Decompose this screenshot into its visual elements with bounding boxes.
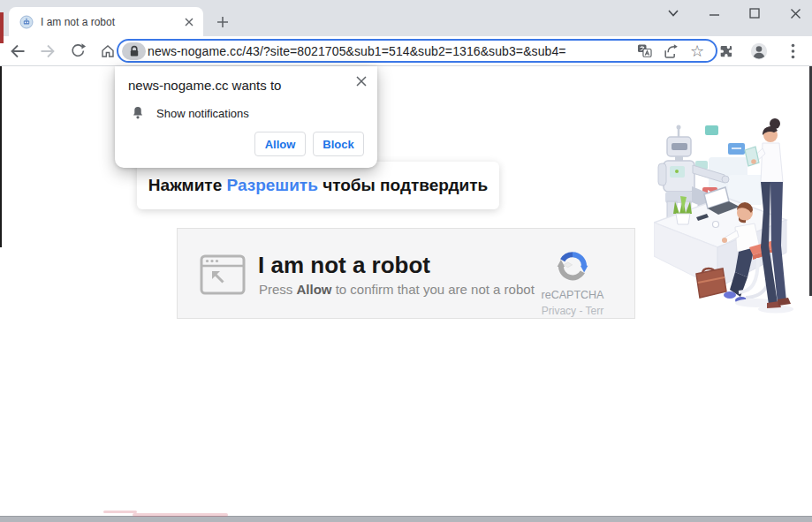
robot-check-card: I am not a robot Press Allow to confirm …: [177, 228, 635, 319]
reload-button[interactable]: [65, 39, 90, 64]
browser-window-icon: [200, 252, 246, 298]
close-icon: [356, 76, 367, 87]
address-bar[interactable]: news-nogame.cc/43/?site=8021705&sub1=514…: [117, 39, 717, 63]
tab-title: I am not a robot: [41, 16, 182, 28]
url-input[interactable]: news-nogame.cc/43/?site=8021705&sub1=514…: [148, 44, 629, 58]
instruction-text: Нажмите Разрешить чтобы подтвердить: [148, 176, 488, 195]
new-tab-button[interactable]: [212, 11, 233, 33]
close-icon: [185, 18, 194, 26]
bottom-window-edge: [0, 516, 812, 522]
share-button[interactable]: [659, 42, 682, 61]
bookmark-button[interactable]: ☆: [686, 42, 709, 61]
translate-icon: [636, 42, 653, 59]
dialog-close-button[interactable]: [353, 73, 369, 89]
recaptcha-block: reCAPTCHA Privacy - Terr: [521, 246, 624, 317]
instruction-banner: Нажмите Разрешить чтобы подтвердить: [137, 162, 499, 209]
instruction-highlight: Разрешить: [227, 176, 318, 194]
artifact-smudge: [103, 511, 137, 513]
reload-icon: [70, 42, 87, 59]
plus-icon: [216, 16, 229, 28]
instruction-post: чтобы подтвердить: [318, 176, 488, 194]
maximize-icon: [749, 8, 760, 19]
permission-request-text: Show notifications: [156, 107, 249, 120]
site-info-chip[interactable]: [122, 42, 146, 60]
card-subtitle: Press Allow to confirm that you are not …: [259, 282, 535, 297]
close-icon: [790, 8, 801, 19]
block-button[interactable]: Block: [313, 132, 364, 156]
browser-tab[interactable]: I am not a robot: [9, 7, 203, 36]
tab-strip: I am not a robot: [0, 0, 812, 36]
recaptcha-name: reCAPTCHA: [521, 289, 624, 301]
forward-button[interactable]: [35, 39, 60, 64]
back-arrow-icon: [10, 44, 26, 58]
recaptcha-privacy-terms-link[interactable]: Privacy - Terr: [521, 305, 624, 317]
menu-button[interactable]: [780, 39, 805, 64]
maximize-button[interactable]: [743, 3, 766, 24]
screen-edge-artifact-left: [0, 66, 2, 247]
minimize-button[interactable]: [702, 3, 725, 24]
artifact-smudge: [133, 513, 228, 517]
home-icon: [100, 43, 116, 59]
lock-icon: [129, 45, 140, 57]
forward-arrow-icon: [40, 44, 56, 58]
allow-button[interactable]: Allow: [254, 132, 306, 156]
profile-button[interactable]: [747, 39, 771, 64]
window-controls: [662, 2, 807, 25]
avatar-icon: [749, 42, 769, 61]
office-robot-illustration: [654, 113, 812, 318]
card-title: I am not a robot: [258, 252, 430, 279]
puzzle-icon: [717, 43, 733, 59]
tab-close-button[interactable]: [182, 15, 196, 29]
browser-toolbar: news-nogame.cc/43/?site=8021705&sub1=514…: [0, 36, 812, 66]
dialog-origin: news-nogame.cc wants to: [128, 78, 281, 93]
translate-button[interactable]: [633, 42, 656, 61]
tab-favicon-icon: [19, 15, 34, 29]
dialog-actions: Allow Block: [254, 132, 364, 156]
instruction-pre: Нажмите: [148, 176, 227, 194]
recaptcha-logo-icon: [554, 246, 591, 284]
minimize-icon: [709, 8, 720, 19]
notification-permission-dialog: news-nogame.cc wants to Show notificatio…: [115, 66, 377, 168]
back-button[interactable]: [5, 39, 30, 64]
screen-edge-artifact-red: [0, 12, 4, 43]
chevron-down-icon[interactable]: [662, 3, 685, 24]
close-window-button[interactable]: [784, 3, 807, 24]
card-subtitle-allow: Allow: [297, 282, 332, 297]
toolbar-right-cluster: [713, 39, 805, 64]
bell-icon: [131, 105, 145, 121]
extensions-button[interactable]: [713, 39, 738, 64]
share-icon: [662, 42, 679, 60]
browser-window: I am not a robot: [0, 0, 812, 522]
card-subtitle-pre: Press: [259, 282, 297, 297]
card-subtitle-post: to confirm that you are not a robot: [332, 282, 535, 297]
star-icon: ☆: [690, 43, 704, 59]
permission-request-row: Show notifications: [131, 105, 249, 121]
three-dots-icon: [791, 43, 795, 59]
